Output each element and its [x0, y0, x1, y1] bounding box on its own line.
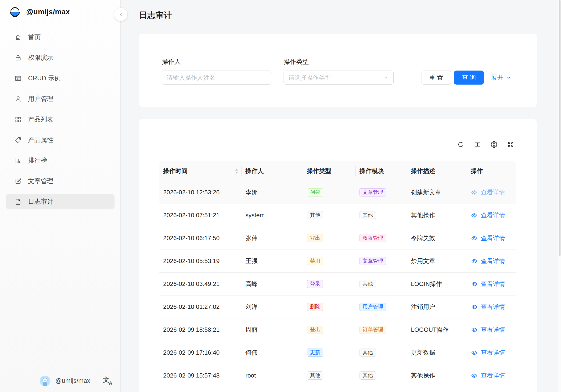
sidebar-item-label: 文章管理	[28, 177, 53, 185]
sidebar-item-label: 首页	[28, 33, 41, 41]
bar-chart-icon	[14, 157, 22, 164]
sidebar-item-label: 日志审计	[28, 197, 53, 206]
view-detail-label: 查看详情	[481, 234, 505, 242]
footer-username: @umijs/max	[55, 377, 98, 384]
module-tag: 文章管理	[359, 257, 386, 265]
view-detail-link[interactable]: 查看详情	[464, 273, 516, 295]
table-header-row: 操作时间 操作人 操作类型 操作模块 操作描述 操作	[159, 161, 516, 181]
sidebar-item-3[interactable]: 用户管理	[6, 91, 115, 106]
view-detail-link[interactable]: 查看详情	[464, 250, 516, 272]
cell-module: 用户管理	[356, 303, 407, 311]
cell-operator: 张伟	[242, 234, 303, 242]
main-content: 日志审计 操作人 操作类型 请选择操作类型 重 置 查 询 展开	[121, 0, 561, 392]
module-tag: 其他	[359, 211, 376, 219]
table-row: 2026-02-10 05:53:19王强禁用文章管理禁用文章查看详情	[159, 250, 516, 273]
operator-label: 操作人	[162, 57, 181, 66]
type-select-placeholder: 请选择操作类型	[289, 74, 383, 82]
fullscreen-icon[interactable]	[507, 141, 514, 148]
table-row: 2026-02-10 03:49:21高峰登录其他LOGIN操作查看详情	[159, 273, 516, 296]
eye-icon	[471, 189, 478, 196]
cell-desc: 禁用文章	[407, 257, 464, 265]
sidebar-item-5[interactable]: 产品属性	[6, 132, 115, 148]
sidebar-footer: @umijs/max 文 A	[40, 375, 112, 386]
view-detail-label: 查看详情	[481, 326, 505, 334]
lock-icon	[14, 54, 22, 62]
query-button[interactable]: 查 询	[454, 71, 484, 85]
sidebar-item-0[interactable]: 首页	[6, 30, 115, 45]
table-row-partial	[159, 387, 516, 392]
expand-link[interactable]: 展开	[491, 71, 511, 85]
sidebar-item-4[interactable]: 产品列表	[6, 112, 115, 127]
cell-time: 2026-02-10 06:17:50	[159, 234, 242, 242]
view-detail-label: 查看详情	[481, 211, 505, 219]
cell-type: 登出	[303, 326, 356, 334]
table-row: 2026-02-10 12:53:26李娜创建文章管理创建新文章查看详情	[159, 181, 516, 204]
cell-operator: 刘洋	[242, 303, 303, 311]
sidebar-item-label: 产品属性	[28, 136, 53, 144]
eye-icon	[471, 281, 478, 287]
view-detail-link[interactable]: 查看详情	[464, 318, 516, 341]
density-icon[interactable]	[474, 141, 481, 148]
sidebar-item-1[interactable]: 权限演示	[6, 50, 115, 65]
scrollbar-thumb[interactable]	[559, 0, 561, 256]
view-detail-link[interactable]: 查看详情	[464, 181, 516, 204]
cell-desc: 其他操作	[407, 371, 464, 380]
operator-input[interactable]	[162, 71, 272, 85]
type-tag: 删除	[307, 303, 323, 311]
cell-type: 其他	[303, 211, 356, 219]
table-row: 2026-02-10 07:51:21system其他其他其他操作查看详情	[159, 204, 516, 227]
view-detail-label: 查看详情	[481, 303, 505, 311]
reload-icon[interactable]	[457, 141, 464, 148]
table-row: 2026-02-09 17:16:40何伟更新其他更新数据查看详情	[159, 341, 516, 364]
type-tag: 禁用	[307, 257, 323, 265]
page-scrollbar	[558, 0, 561, 392]
sidebar-item-2[interactable]: CRUD 示例	[6, 71, 115, 86]
user-avatar	[40, 376, 50, 386]
cell-type: 禁用	[303, 257, 356, 265]
cell-type: 登出	[303, 234, 356, 242]
cell-operator: 李娜	[242, 188, 303, 196]
user-icon	[14, 95, 22, 103]
type-select[interactable]: 请选择操作类型	[283, 71, 394, 85]
eye-icon	[471, 258, 478, 265]
column-header-time[interactable]: 操作时间	[159, 161, 242, 181]
cell-time: 2026-02-09 17:16:40	[159, 349, 242, 356]
audit-log-table: 操作时间 操作人 操作类型 操作模块 操作描述 操作 2026-02-10 12…	[159, 161, 516, 392]
view-detail-link[interactable]: 查看详情	[464, 364, 516, 387]
app-logo[interactable]: @umijs/max	[0, 0, 120, 24]
table-row: 2026-02-10 06:17:50张伟登出权限管理令牌失效查看详情	[159, 227, 516, 250]
sidebar-item-8[interactable]: 日志审计	[6, 194, 115, 209]
view-detail-label: 查看详情	[481, 188, 505, 196]
sidebar-item-7[interactable]: 文章管理	[6, 174, 115, 189]
view-detail-link[interactable]: 查看详情	[464, 341, 516, 364]
view-detail-link[interactable]: 查看详情	[464, 296, 516, 318]
chevron-down-icon	[383, 74, 389, 81]
module-tag: 权限管理	[359, 234, 386, 242]
eye-icon	[471, 235, 478, 242]
sidebar-item-label: 权限演示	[28, 53, 53, 62]
cell-time: 2026-02-10 05:53:19	[159, 257, 242, 265]
sidebar-collapse-button[interactable]	[114, 8, 127, 21]
type-tag: 其他	[307, 371, 323, 380]
page-title: 日志审计	[139, 10, 172, 21]
file-text-icon	[14, 198, 22, 205]
sidebar: @umijs/max 首页权限演示CRUD 示例用户管理产品列表产品属性排行榜文…	[0, 0, 121, 392]
cell-time: 2026-02-10 03:49:21	[159, 280, 242, 287]
eye-icon	[471, 326, 478, 333]
table-row: 2026-02-10 01:27:02刘洋删除用户管理注销用户查看详情	[159, 296, 516, 318]
view-detail-link[interactable]: 查看详情	[464, 227, 516, 250]
cell-type: 删除	[303, 303, 356, 311]
column-header-module: 操作模块	[356, 161, 407, 181]
sidebar-item-6[interactable]: 排行榜	[6, 153, 115, 168]
reset-button[interactable]: 重 置	[421, 71, 451, 85]
setting-icon[interactable]	[490, 141, 498, 148]
app-title: @umijs/max	[26, 8, 70, 16]
cell-time: 2026-02-09 15:57:43	[159, 372, 242, 379]
translate-icon[interactable]: 文 A	[103, 376, 112, 385]
cell-module: 其他	[356, 211, 407, 219]
cell-desc: 创建新文章	[407, 188, 464, 196]
cell-operator: 周丽	[242, 326, 303, 334]
cell-type: 登录	[303, 280, 356, 288]
cell-desc: LOGIN操作	[407, 280, 464, 288]
view-detail-link[interactable]: 查看详情	[464, 204, 516, 227]
